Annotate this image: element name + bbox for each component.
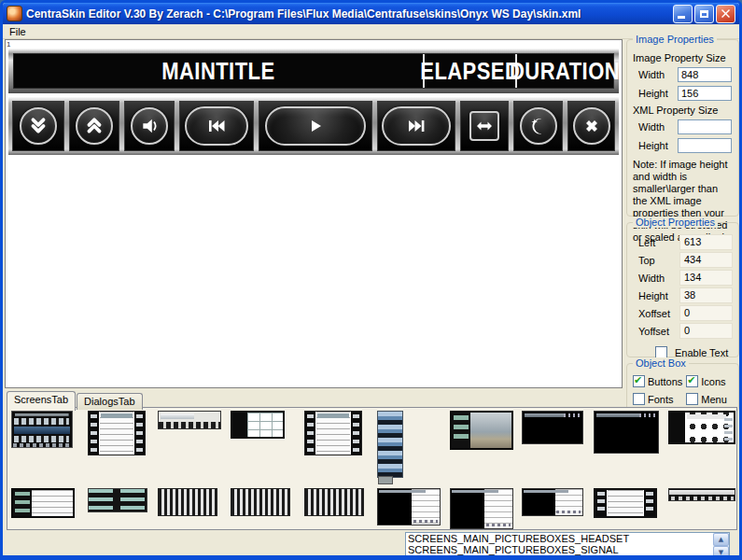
fonts-checkbox-label: Fonts xyxy=(648,394,674,405)
object-yoffset-label: Yoffset xyxy=(638,326,679,337)
thumbnail-scroll-list[interactable] xyxy=(594,488,657,518)
thumbnail-equalizer-1[interactable] xyxy=(158,488,217,516)
xml-width-label: Width xyxy=(638,121,678,133)
object-properties-group: Object Properties Left613 Top434 Width13… xyxy=(626,222,739,357)
thumbnail-stripes-tall[interactable] xyxy=(377,411,403,478)
object-height-label: Height xyxy=(638,290,679,301)
xml-height-label: Height xyxy=(638,140,678,151)
buttons-checkbox-label: Buttons xyxy=(648,376,682,387)
image-height-input[interactable] xyxy=(678,86,732,101)
skin-button-skip-back[interactable] xyxy=(179,101,254,151)
image-properties-group: Image Properties Image Property Size Wid… xyxy=(626,39,739,217)
object-top-value[interactable]: 434 xyxy=(679,252,733,268)
listbox-item[interactable]: SCREENS_MAIN_PICTUREBOXES_HEADSET xyxy=(408,533,712,544)
fonts-checkbox[interactable] xyxy=(633,393,645,405)
thumbnail-media-controls[interactable] xyxy=(11,411,73,448)
close-icon xyxy=(721,8,731,19)
object-height-value[interactable]: 38 xyxy=(679,287,733,303)
thumbnail-dark-bars[interactable] xyxy=(88,488,147,512)
skip-forward-icon xyxy=(406,118,427,134)
maximize-icon xyxy=(700,10,708,18)
play-icon xyxy=(307,118,324,134)
buttons-checkbox[interactable] xyxy=(633,375,645,387)
minimize-button[interactable] xyxy=(673,5,693,23)
thumbnail-toolbar-strip[interactable] xyxy=(158,411,221,429)
object-properties-title: Object Properties xyxy=(633,217,718,228)
image-property-size-label: Image Property Size xyxy=(633,52,733,63)
properties-panel: Image Properties Image Property Size Wid… xyxy=(625,39,740,406)
canvas-corner-label: 1 xyxy=(7,40,10,49)
menu-bar: File xyxy=(3,24,739,39)
chevrons-down-icon xyxy=(29,117,48,135)
thumbnail-screen-with-list-tall[interactable] xyxy=(450,488,513,529)
menu-checkbox[interactable] xyxy=(686,393,698,405)
scroll-up-icon: ▲ xyxy=(719,536,723,543)
object-xoffset-value[interactable]: 0 xyxy=(679,305,733,321)
thumbnail-button-strip[interactable] xyxy=(668,488,735,501)
icons-checkbox[interactable] xyxy=(686,375,698,387)
listbox-scrollbar[interactable]: ▲ ▼ xyxy=(713,533,729,559)
volume-icon xyxy=(140,117,159,135)
tab-screens[interactable]: ScreensTab xyxy=(7,391,76,411)
skin-elapsed[interactable]: ELAPSED xyxy=(423,54,515,88)
enable-text-label: Enable Text xyxy=(675,347,728,358)
skip-back-icon xyxy=(206,118,227,134)
skin-button-play[interactable] xyxy=(259,101,372,151)
window-title: CentraSkin Editor V.30 By Zerach - C:\Pr… xyxy=(26,7,673,21)
thumbnail-screen-with-list[interactable] xyxy=(377,488,441,525)
scroll-down-icon: ▼ xyxy=(719,549,723,556)
thumbnail-video-screen[interactable] xyxy=(522,411,583,444)
listbox-item[interactable]: SCREENS_MAIN_PICTUREBOXES_SIGNAL xyxy=(408,544,712,555)
thumbnail-list-screen[interactable] xyxy=(88,411,146,455)
scroll-up-button[interactable]: ▲ xyxy=(713,533,729,546)
object-box-title: Object Box xyxy=(633,357,689,369)
skin-button-skip-forward[interactable] xyxy=(377,101,455,151)
thumbnail-menu-list[interactable] xyxy=(11,488,75,518)
minimize-icon xyxy=(678,16,685,19)
thumbnail-video-screen-wide[interactable] xyxy=(594,411,659,454)
thumbnail-knob-grid[interactable] xyxy=(668,411,735,444)
object-left-value[interactable]: 613 xyxy=(679,234,733,250)
skin-button-volume[interactable] xyxy=(124,101,175,151)
skin-button-chevrons-down[interactable] xyxy=(12,101,64,151)
object-width-value[interactable]: 134 xyxy=(679,270,733,286)
skin-button-resize-horizontal[interactable] xyxy=(460,101,509,151)
listbox-item[interactable]: SCREENS_MAIN_PICTUREBOXES_BATTERY xyxy=(408,555,712,560)
skin-button-close[interactable] xyxy=(567,101,615,151)
skin-canvas[interactable]: 1 MAINTITLE ELAPSED DURATION xyxy=(5,39,623,388)
object-yoffset-value[interactable]: 0 xyxy=(679,323,733,339)
thumbnail-equalizer-3[interactable] xyxy=(304,488,364,516)
thumbnail-list-grid[interactable] xyxy=(304,411,362,455)
xml-property-size-label: XML Property Size xyxy=(633,105,733,116)
thumbnail-equalizer-2[interactable] xyxy=(231,488,290,516)
skin-preview-titlebar[interactable]: MAINTITLE ELAPSED DURATION xyxy=(8,49,619,93)
tab-dialogs[interactable]: DialogsTab xyxy=(77,393,142,410)
close-x-icon xyxy=(583,118,600,134)
chevrons-up-icon xyxy=(85,117,104,135)
close-button[interactable] xyxy=(716,5,735,23)
object-width-label: Width xyxy=(638,273,679,284)
thumbnail-panel xyxy=(7,407,737,530)
window-titlebar: CentraSkin Editor V.30 By Zerach - C:\Pr… xyxy=(3,3,739,24)
objects-listbox: SCREENS_MAIN_PICTUREBOXES_HEADSET SCREEN… xyxy=(405,532,730,560)
xml-height-input[interactable] xyxy=(678,138,732,153)
thumbnail-keypad-grid[interactable] xyxy=(231,411,285,439)
skin-duration[interactable]: DURATION xyxy=(515,54,613,88)
scroll-down-button[interactable]: ▼ xyxy=(713,546,729,559)
xml-width-input[interactable] xyxy=(678,119,732,134)
resize-horizontal-icon xyxy=(476,118,493,134)
image-properties-title: Image Properties xyxy=(633,34,717,45)
image-width-input[interactable] xyxy=(678,67,732,82)
skin-maintitle[interactable]: MAINTITLE xyxy=(14,54,423,88)
skin-button-chevrons-up[interactable] xyxy=(69,101,119,151)
thumbnail-menu-image[interactable] xyxy=(450,411,513,450)
thumbnail-screen-with-list-small[interactable] xyxy=(522,488,583,516)
skin-preview-buttonbar xyxy=(8,97,619,155)
image-height-label: Height xyxy=(638,88,678,99)
night-mode-icon xyxy=(529,117,548,135)
maximize-button[interactable] xyxy=(694,5,714,23)
menu-file[interactable]: File xyxy=(3,26,33,37)
object-xoffset-label: Xoffset xyxy=(638,308,679,319)
skin-button-night-mode[interactable] xyxy=(513,101,563,151)
object-box-group: Object Box Buttons Icons Fonts Menu xyxy=(626,363,739,412)
